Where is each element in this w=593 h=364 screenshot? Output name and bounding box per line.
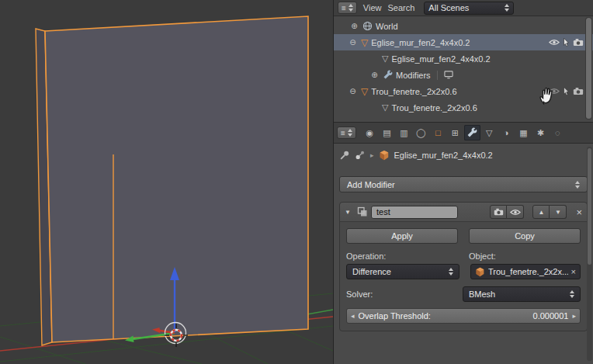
visibility-eye-icon[interactable]	[549, 39, 560, 46]
collapse-icon[interactable]: ⊖	[348, 38, 358, 47]
display-mode-label: All Scenes	[428, 3, 501, 12]
modifier-header: ▼ test ▲	[340, 203, 587, 222]
world-data-icon	[362, 21, 373, 31]
apply-button[interactable]: Apply	[346, 228, 458, 244]
operation-dropdown[interactable]: Difference	[346, 264, 459, 279]
outliner-display-mode-dropdown[interactable]: All Scenes	[424, 2, 514, 15]
collapse-icon[interactable]: ⊖	[348, 87, 358, 95]
add-modifier-label: Add Modifier	[347, 180, 575, 189]
editor-type-button[interactable]: ≡	[338, 2, 357, 14]
outliner-row-modifiers[interactable]: ⊕ Modifiers	[334, 67, 593, 83]
render-visibility-camera-icon[interactable]	[490, 205, 507, 219]
breadcrumb-object-name[interactable]: Eglise_mur_fen2_4x4x0.2	[394, 151, 493, 160]
dropdown-arrows-icon	[449, 268, 453, 276]
object-selector[interactable]: Trou_fenetre._2x2x... ×	[470, 264, 581, 279]
row-label: Eglise_mur_fen2_4x4x0.2	[391, 54, 490, 64]
delete-modifier-button[interactable]: ×	[576, 206, 582, 218]
cube-icon	[379, 150, 390, 161]
properties-scrollbar[interactable]	[587, 147, 592, 361]
outliner-row-world[interactable]: ⊕ World	[334, 18, 593, 34]
object-label: Object:	[469, 251, 581, 261]
overlap-threshold-label: Overlap Threshold:	[359, 311, 529, 321]
mesh-object-icon: ▽	[361, 38, 368, 47]
render-icon[interactable]: ◉	[362, 125, 378, 140]
outliner-menu-view[interactable]: View	[363, 3, 382, 12]
boolean-modifier-panel: ▼ test ▲	[339, 202, 588, 331]
object-breadcrumb-icon[interactable]	[355, 150, 366, 161]
solver-dropdown[interactable]: BMesh	[463, 286, 581, 302]
divider	[437, 71, 438, 80]
constraints-icon[interactable]: ⊞	[447, 125, 463, 140]
solver-label: Solver:	[346, 286, 452, 302]
scene-icon[interactable]: ▥	[396, 125, 412, 140]
renderability-camera-icon[interactable]	[573, 87, 584, 95]
dropdown-arrows-icon	[505, 4, 509, 12]
dropdown-arrows-icon	[570, 290, 574, 298]
move-modifier-up-button[interactable]: ▲	[532, 205, 550, 219]
hand-cursor-icon	[537, 85, 558, 108]
viewport-visibility-eye-icon[interactable]	[507, 205, 524, 219]
particles-icon[interactable]: ✱	[532, 125, 549, 140]
operation-value: Difference	[352, 267, 445, 276]
modifier-body: Apply Copy Operation: Object: Difference	[340, 222, 587, 331]
object-icon[interactable]: □	[430, 125, 446, 140]
physics-icon[interactable]: ◌	[550, 125, 566, 140]
editor-type-arrows-icon	[348, 129, 352, 137]
dropdown-arrows-icon	[575, 181, 580, 189]
breadcrumb: ▸ Eglise_mur_fen2_4x4x0.2	[339, 147, 588, 164]
mesh-data-icon: ▽	[382, 103, 388, 112]
render-layers-icon[interactable]: ▤	[379, 125, 395, 140]
editor-type-button[interactable]: ≡	[337, 127, 356, 139]
outliner-menu-search[interactable]: Search	[388, 3, 415, 12]
row-label: Modifiers	[396, 71, 431, 80]
breadcrumb-arrow-icon: ▸	[370, 151, 374, 159]
editor-type-arrows-icon	[349, 4, 353, 12]
add-modifier-button[interactable]: Add Modifier	[339, 176, 588, 192]
row-label: World	[376, 22, 398, 31]
3d-viewport[interactable]	[0, 0, 333, 364]
world-icon[interactable]: ◯	[413, 125, 429, 140]
right-panel: ≡ View Search All Scenes ⊕ World	[333, 0, 593, 364]
mesh-data-icon: ▽	[382, 54, 388, 63]
expand-icon[interactable]: ⊕	[349, 22, 359, 30]
copy-button[interactable]: Copy	[469, 228, 581, 244]
modifier-name-input[interactable]: test	[371, 206, 458, 219]
object-value: Trou_fenetre._2x2x...	[488, 267, 568, 276]
boolean-modifier-icon	[357, 206, 368, 217]
clear-object-icon[interactable]: ×	[571, 267, 576, 276]
blender-window: ≡ View Search All Scenes ⊕ World	[0, 0, 593, 364]
outliner-row-eglise-meshdata[interactable]: ▽ Eglise_mur_fen2_4x4x0.2	[334, 50, 593, 67]
overlap-threshold-value: 0.000001	[533, 311, 569, 321]
selectability-cursor-icon[interactable]	[563, 37, 570, 47]
operation-label: Operation:	[346, 251, 458, 261]
solver-value: BMesh	[469, 289, 566, 299]
outliner-scrollbar[interactable]	[585, 17, 592, 120]
texture-icon[interactable]: ▦	[515, 125, 532, 140]
row-label: Eglise_mur_fen2_4x4x0.2	[371, 38, 470, 47]
wall-mesh-object[interactable]	[36, 16, 308, 345]
outliner-editor-icon: ≡	[342, 4, 346, 12]
pin-icon[interactable]	[339, 150, 350, 161]
screen-icon[interactable]	[444, 71, 453, 79]
slider-left-icon[interactable]: ◂	[351, 312, 355, 320]
outliner-row-eglise-object[interactable]: ⊖ ▽ Eglise_mur_fen2_4x4x0.2	[334, 34, 593, 50]
row-label: Trou_fenetre._2x2x0.6	[371, 87, 456, 96]
move-modifier-down-button[interactable]: ▼	[550, 205, 567, 219]
properties-header: ≡ ◉ ▤ ▥ ◯ □ ⊞ ▽ ◑ ▦ ✱ ◌	[334, 123, 593, 144]
wrench-icon	[383, 70, 393, 80]
row-label: Trou_fenetre._2x2x0.6	[391, 103, 477, 113]
expand-icon[interactable]: ⊕	[369, 71, 380, 79]
slider-right-icon[interactable]: ▸	[572, 312, 576, 320]
renderability-camera-icon[interactable]	[573, 38, 584, 47]
outliner-header: ≡ View Search All Scenes	[334, 0, 593, 16]
modifiers-icon[interactable]	[464, 125, 480, 140]
collapse-panel-icon[interactable]: ▼	[345, 209, 354, 216]
object-data-icon[interactable]: ▽	[481, 125, 498, 140]
cube-icon	[475, 267, 485, 277]
material-icon[interactable]: ◑	[498, 125, 515, 140]
overlap-threshold-slider[interactable]: ◂ Overlap Threshold: 0.000001 ▸	[346, 308, 581, 324]
properties-editor-icon: ≡	[341, 129, 345, 137]
selectability-cursor-icon[interactable]	[563, 86, 570, 96]
mesh-object-icon: ▽	[361, 87, 368, 96]
properties-editor: ▸ Eglise_mur_fen2_4x4x0.2 Add Modifier ▼…	[334, 144, 593, 364]
